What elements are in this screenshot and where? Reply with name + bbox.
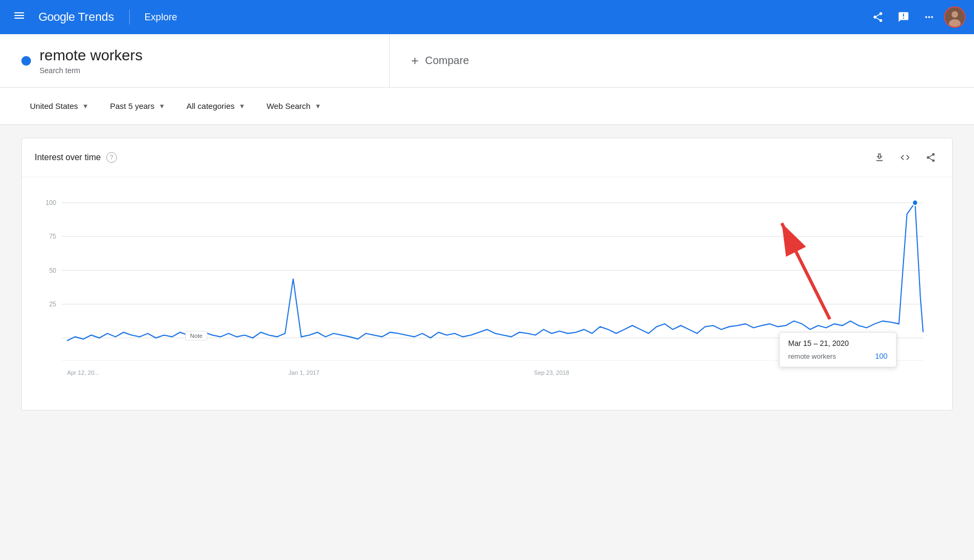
svg-point-3	[952, 11, 958, 18]
time-range-label: Past 5 years	[110, 101, 154, 111]
trends-text: Trends	[78, 10, 114, 24]
chart-actions	[871, 149, 939, 166]
header-divider	[129, 10, 130, 25]
search-term-info: remote workers Search term	[40, 46, 143, 75]
google-text: Google	[38, 10, 75, 24]
feedback-button[interactable]	[893, 6, 914, 28]
avatar[interactable]	[944, 6, 965, 28]
search-type-label: Web Search	[266, 101, 310, 111]
share-button[interactable]	[867, 6, 889, 28]
svg-text:100: 100	[45, 199, 56, 207]
chart-tooltip: Mar 15 – 21, 2020 remote workers 100	[779, 332, 897, 367]
search-term-type: Search term	[40, 66, 143, 75]
category-label: All categories	[186, 101, 234, 111]
tooltip-row: remote workers 100	[788, 352, 887, 360]
category-filter[interactable]: All categories ▼	[178, 96, 254, 116]
menu-icon[interactable]	[9, 5, 30, 29]
time-range-filter[interactable]: Past 5 years ▼	[101, 96, 174, 116]
search-type-filter[interactable]: Web Search ▼	[258, 96, 329, 116]
svg-text:Sep 23, 2018: Sep 23, 2018	[534, 369, 569, 375]
tooltip-date: Mar 15 – 21, 2020	[788, 339, 887, 348]
search-term-dot	[21, 56, 31, 66]
header: Google Trends Explore	[0, 0, 974, 34]
region-chevron-icon: ▼	[82, 102, 89, 110]
google-trends-logo: Google Trends	[38, 10, 114, 24]
chart-section: Interest over time ?	[21, 138, 953, 411]
search-area: remote workers Search term + Compare	[0, 34, 974, 88]
region-filter[interactable]: United States ▼	[21, 96, 97, 116]
header-actions	[867, 6, 965, 28]
category-chevron-icon: ▼	[239, 102, 245, 110]
chart-header: Interest over time ?	[22, 138, 952, 177]
svg-text:75: 75	[49, 233, 57, 240]
svg-line-21	[782, 223, 830, 319]
chart-title-text: Interest over time	[35, 153, 101, 162]
chart-title: Interest over time ?	[35, 152, 117, 163]
compare-area[interactable]: + Compare	[390, 34, 974, 87]
red-arrow-indicator	[766, 202, 851, 337]
svg-text:Jan 1, 2017: Jan 1, 2017	[288, 369, 319, 375]
explore-label: Explore	[145, 12, 177, 23]
chart-container: 100 75 50 25 Note Apr 12, 20... Jan 1, 2…	[35, 186, 939, 389]
compare-label: Compare	[425, 54, 469, 67]
embed-button[interactable]	[897, 149, 914, 166]
share-chart-button[interactable]	[922, 149, 939, 166]
chart-area: 100 75 50 25 Note Apr 12, 20... Jan 1, 2…	[22, 177, 952, 410]
tooltip-value: 100	[875, 352, 887, 360]
search-term-text[interactable]: remote workers	[40, 46, 143, 65]
svg-text:50: 50	[49, 266, 57, 274]
tooltip-term: remote workers	[788, 352, 836, 360]
svg-text:25: 25	[49, 301, 57, 308]
search-type-chevron-icon: ▼	[315, 102, 321, 110]
info-icon[interactable]: ?	[106, 152, 117, 163]
svg-text:Note: Note	[190, 333, 202, 339]
region-label: United States	[30, 101, 78, 111]
apps-button[interactable]	[918, 6, 940, 28]
time-range-chevron-icon: ▼	[159, 102, 165, 110]
avatar-image	[945, 7, 964, 27]
filters-bar: United States ▼ Past 5 years ▼ All categ…	[0, 88, 974, 125]
search-term-container: remote workers Search term	[0, 34, 390, 87]
download-button[interactable]	[871, 149, 888, 166]
svg-point-14	[913, 200, 918, 206]
compare-plus-icon: +	[411, 53, 419, 68]
svg-text:Apr 12, 20...: Apr 12, 20...	[67, 369, 99, 375]
